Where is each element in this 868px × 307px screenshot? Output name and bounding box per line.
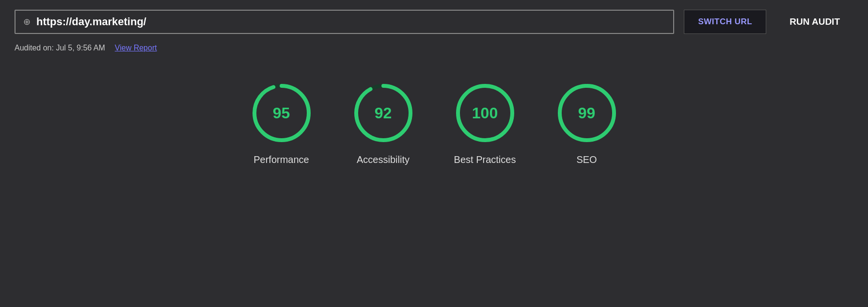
scores-container: 95 Performance 92 Accessibility 100 Best [15,81,853,165]
score-number-performance: 95 [273,104,290,122]
run-audit-button[interactable]: RUN AUDIT [776,10,853,34]
score-label-seo: SEO [576,154,597,165]
score-number-seo: 99 [578,104,596,122]
score-circle-accessibility: 92 [352,81,415,145]
score-item-performance: 95 Performance [250,81,313,165]
switch-url-button[interactable]: SWITCH URL [684,10,766,34]
audited-on-label: Audited on: Jul 5, 9:56 AM [15,44,105,52]
score-circle-seo: 99 [555,81,618,145]
score-circle-best-practices: 100 [454,81,517,145]
url-input[interactable] [36,16,665,28]
url-input-wrapper: ⊕ [15,10,674,34]
score-item-seo: 99 SEO [555,81,618,165]
score-number-best-practices: 100 [472,104,498,122]
score-label-accessibility: Accessibility [357,154,410,165]
top-bar: ⊕ SWITCH URL RUN AUDIT [15,10,853,34]
score-label-performance: Performance [253,154,309,165]
score-circle-performance: 95 [250,81,313,145]
score-item-best-practices: 100 Best Practices [454,81,517,165]
score-label-best-practices: Best Practices [454,154,516,165]
score-item-accessibility: 92 Accessibility [352,81,415,165]
score-number-accessibility: 92 [375,104,392,122]
globe-icon: ⊕ [23,16,31,27]
view-report-link[interactable]: View Report [115,44,157,52]
audit-info: Audited on: Jul 5, 9:56 AM View Report [15,44,853,52]
